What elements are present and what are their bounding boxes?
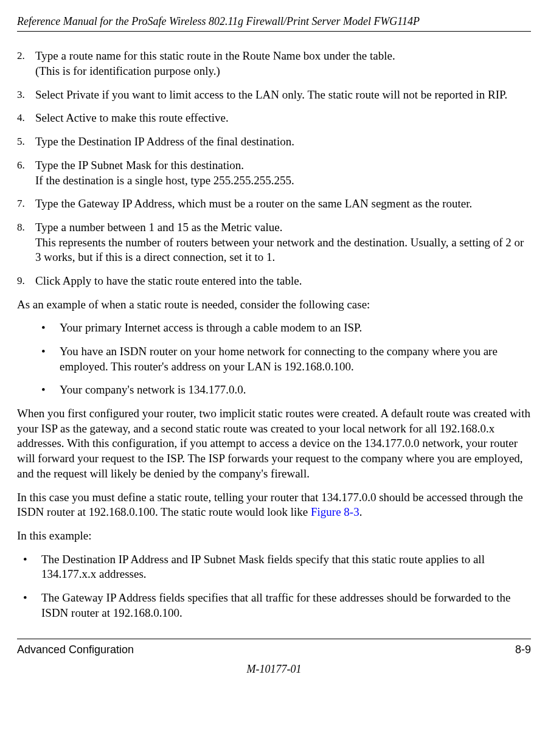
step-text: Select Private if you want to limit acce… <box>35 88 531 103</box>
footer-section: Advanced Configuration <box>17 643 134 657</box>
list-item: • The Gateway IP Address fields specifie… <box>17 591 531 620</box>
step-number: 9. <box>17 274 35 289</box>
step-number: 6. <box>17 158 35 188</box>
inner-bullet-list: • Your primary Internet access is throug… <box>17 321 531 398</box>
bullet-icon: • <box>23 591 41 620</box>
step-item: 9. Click Apply to have the static route … <box>17 274 531 289</box>
step-number: 5. <box>17 134 35 150</box>
list-item: • You have an ISDN router on your home n… <box>17 344 531 374</box>
paragraph: In this case you must define a static ro… <box>17 490 531 520</box>
step-number: 2. <box>17 49 35 78</box>
footer-doc-number: M-10177-01 <box>17 662 531 676</box>
list-item-text: You have an ISDN router on your home net… <box>60 344 531 374</box>
step-item: 7. Type the Gateway IP Address, which mu… <box>17 196 531 212</box>
steps-list: 2. Type a route name for this static rou… <box>17 49 531 288</box>
bullet-icon: • <box>41 383 60 398</box>
bullet-icon: • <box>23 552 41 582</box>
step-text: Type the Gateway IP Address, which must … <box>35 196 531 212</box>
list-item: • The Destination IP Address and IP Subn… <box>17 552 531 582</box>
step-text: Type a number between 1 and 15 as the Me… <box>35 220 531 265</box>
step-item: 6. Type the IP Subnet Mask for this dest… <box>17 158 531 188</box>
step-item: 8. Type a number between 1 and 15 as the… <box>17 220 531 265</box>
paragraph: When you first configured your router, t… <box>17 406 531 481</box>
paragraph: As an example of when a static route is … <box>17 297 531 313</box>
step-item: 4. Select Active to make this route effe… <box>17 111 531 126</box>
list-item-text: Your primary Internet access is through … <box>60 321 531 336</box>
figure-link[interactable]: Figure 8-3 <box>311 505 359 518</box>
footer-page-number: 8-9 <box>515 643 531 657</box>
list-item: • Your company's network is 134.177.0.0. <box>17 383 531 398</box>
list-item-text: The Gateway IP Address fields specifies … <box>41 591 531 620</box>
list-item-text: The Destination IP Address and IP Subnet… <box>41 552 531 582</box>
list-item: • Your primary Internet access is throug… <box>17 321 531 336</box>
step-item: 2. Type a route name for this static rou… <box>17 49 531 78</box>
step-item: 3. Select Private if you want to limit a… <box>17 88 531 103</box>
page-footer: Advanced Configuration 8-9 M-10177-01 <box>17 639 531 676</box>
step-item: 5. Type the Destination IP Address of th… <box>17 134 531 150</box>
outer-bullet-list: • The Destination IP Address and IP Subn… <box>17 552 531 621</box>
step-number: 8. <box>17 220 35 265</box>
list-item-text: Your company's network is 134.177.0.0. <box>60 383 531 398</box>
header-title: Reference Manual for the ProSafe Wireles… <box>17 15 420 27</box>
paragraph-text: . <box>359 505 362 518</box>
paragraph: In this example: <box>17 529 531 544</box>
page-header: Reference Manual for the ProSafe Wireles… <box>17 15 531 32</box>
bullet-icon: • <box>41 321 60 336</box>
step-text: Select Active to make this route effecti… <box>35 111 531 126</box>
step-text: Type the IP Subnet Mask for this destina… <box>35 158 531 188</box>
paragraph-text: In this case you must define a static ro… <box>17 491 523 519</box>
step-text: Type the Destination IP Address of the f… <box>35 134 531 150</box>
step-text: Click Apply to have the static route ent… <box>35 274 531 289</box>
step-text: Type a route name for this static route … <box>35 49 531 78</box>
step-number: 7. <box>17 196 35 212</box>
bullet-icon: • <box>41 344 60 374</box>
step-number: 4. <box>17 111 35 126</box>
step-number: 3. <box>17 88 35 103</box>
